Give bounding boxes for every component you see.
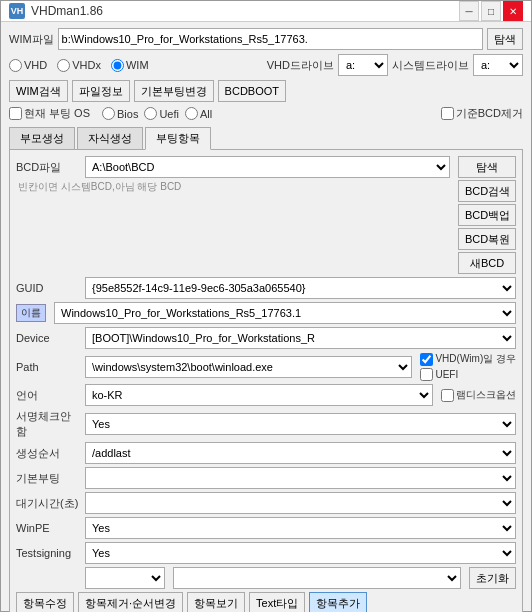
device-select[interactable]: [BOOT]\Windows10_Pro_for_Workstations_R [85,327,516,349]
boot-order-label: 생성순서 [16,446,81,461]
device-row: Device [BOOT]\Windows10_Pro_for_Workstat… [16,327,516,349]
tab-boot[interactable]: 부팅항목 [145,127,211,150]
title-controls: ─ □ ✕ [459,1,523,21]
winpe-row: WinPE Yes [16,517,516,539]
current-boot-os-label: 현재 부팅 OS [24,106,90,121]
all-label: All [200,108,212,120]
vhdx-radio[interactable] [57,59,70,72]
system-drive-label: 시스템드라이브 [392,58,469,73]
bcd-file-label: BCD파일 [16,160,81,175]
path-checkboxes: VHD(Wim)일 경우 UEFI [420,352,516,381]
bcd-main-row: BCD파일 A:\Boot\BCD 빈칸이면 시스템BCD,아님 해당 BCD … [16,156,516,274]
text-type-button[interactable]: Text타입 [249,592,305,612]
bcdboot-button[interactable]: BCDBOOT [218,80,286,102]
guid-label: GUID [16,282,81,294]
remove-reorder-button[interactable]: 항목제거·순서변경 [78,592,183,612]
bcd-search-button[interactable]: BCD검색 [458,180,516,202]
extra-select-2[interactable] [173,567,461,589]
wim-browse-button[interactable]: 탐색 [487,28,523,50]
vhdx-radio-item: VHDx [57,59,101,72]
sign-check-row: 서명체크안함 Yes [16,409,516,439]
ramdisk-checkbox[interactable] [441,389,454,402]
testsigning-label: Testsigning [16,547,81,559]
all-radio-item: All [185,107,212,120]
name-select[interactable]: Windows10_Pro_for_Workstations_Rs5_17763… [54,302,516,324]
bios-radio[interactable] [102,107,115,120]
bcd-right-panel: 탐색 BCD검색 BCD백업 BCD복원 새BCD [458,156,516,274]
language-row: 언어 ko-KR 램디스크옵션 [16,384,516,406]
uefi-label: UEFI [435,369,458,380]
uefi-radio-item: Uefi [144,107,179,120]
uefi-checkbox[interactable] [420,368,433,381]
tab-bar: 부모생성 자식생성 부팅항목 [9,127,523,149]
tab-content-boot: BCD파일 A:\Boot\BCD 빈칸이면 시스템BCD,아님 해당 BCD … [9,149,523,612]
language-label: 언어 [16,388,81,403]
wim-file-label: WIM파일 [9,32,54,47]
bcd-hint: 빈칸이면 시스템BCD,아님 해당 BCD [16,180,450,194]
file-info-button[interactable]: 파일정보 [72,80,130,102]
testsigning-row: Testsigning Yes [16,542,516,564]
main-content: WIM파일 탐색 VHD VHDx WIM VHD [1,22,531,612]
vhd-drive-select[interactable]: a: [338,54,388,76]
all-radio[interactable] [185,107,198,120]
system-drive-select[interactable]: a: [473,54,523,76]
wim-label: WIM [126,59,149,71]
vhd-wim-check: VHD(Wim)일 경우 [420,352,516,366]
bcd-left: BCD파일 A:\Boot\BCD 빈칸이면 시스템BCD,아님 해당 BCD [16,156,450,274]
wim-radio-item: WIM [111,59,149,72]
bcd-backup-button[interactable]: BCD백업 [458,204,516,226]
tab-child[interactable]: 자식생성 [77,127,143,149]
tab-parent[interactable]: 부모생성 [9,127,75,149]
language-select[interactable]: ko-KR [85,384,433,406]
edit-button[interactable]: 항목수정 [16,592,74,612]
bcd-restore-button[interactable]: BCD복원 [458,228,516,250]
uefi-radio[interactable] [144,107,157,120]
app-icon: VH [9,3,25,19]
sign-check-select[interactable]: Yes [85,413,516,435]
bcd-browse-button[interactable]: 탐색 [458,156,516,178]
minimize-button[interactable]: ─ [459,1,479,21]
maximize-button[interactable]: □ [481,1,501,21]
wim-file-input[interactable] [58,28,483,50]
close-button[interactable]: ✕ [503,1,523,21]
title-bar: VH VHDman1.86 ─ □ ✕ [1,1,531,22]
path-select[interactable]: \windows\system32\boot\winload.exe [85,356,412,378]
delete-bcd-checkbox[interactable] [441,107,454,120]
boot-order-select[interactable]: /addlast [85,442,516,464]
init-button[interactable]: 초기화 [469,567,516,589]
ramdisk-check: 램디스크옵션 [441,388,516,402]
bios-label: Bios [117,108,138,120]
sign-check-label: 서명체크안함 [16,409,81,439]
winpe-select[interactable]: Yes [85,517,516,539]
bcd-file-select[interactable]: A:\Boot\BCD [85,156,450,178]
wim-search-button[interactable]: WIM검색 [9,80,68,102]
current-boot-os-checkbox[interactable] [9,107,22,120]
default-boot-button[interactable]: 기본부팅변경 [134,80,214,102]
bcd-file-form-row: BCD파일 A:\Boot\BCD [16,156,450,178]
view-button[interactable]: 항목보기 [187,592,245,612]
winpe-label: WinPE [16,522,81,534]
vhd-radio[interactable] [9,59,22,72]
title-bar-left: VH VHDman1.86 [9,3,103,19]
vhd-wim-checkbox[interactable] [420,353,433,366]
vhd-wim-label: VHD(Wim)일 경우 [435,352,516,366]
new-bcd-button[interactable]: 새BCD [458,252,516,274]
wim-radio[interactable] [111,59,124,72]
delete-bcd-check: 기준BCD제거 [441,106,523,121]
device-label: Device [16,332,81,344]
wait-time-select[interactable] [85,492,516,514]
drive-section: VHD드라이브 a: 시스템드라이브 a: [267,54,523,76]
testsigning-select[interactable]: Yes [85,542,516,564]
vhd-radio-item: VHD [9,59,47,72]
wait-time-label: 대기시간(초) [16,496,81,511]
vhd-label: VHD [24,59,47,71]
add-button[interactable]: 항목추가 [309,592,367,612]
format-drive-row: VHD VHDx WIM VHD드라이브 a: 시스템드라이브 a: [9,54,523,76]
default-boot-row: 기본부팅 [16,467,516,489]
guid-select[interactable]: {95e8552f-14c9-11e9-9ec6-305a3a065540} [85,277,516,299]
extra-select-1[interactable] [85,567,165,589]
uefi-check: UEFI [420,368,516,381]
toolbar-row-2: 현재 부팅 OS Bios Uefi All 기준BCD제거 [9,106,523,121]
default-boot-select[interactable] [85,467,516,489]
name-row: 이름 Windows10_Pro_for_Workstations_Rs5_17… [16,302,516,324]
